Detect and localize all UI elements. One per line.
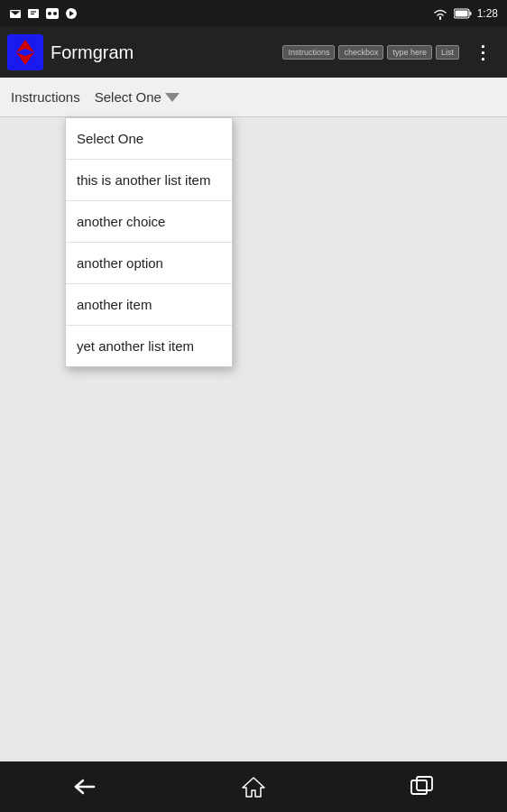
time-display: 1:28	[477, 7, 498, 20]
svg-rect-16	[411, 780, 427, 794]
wifi-icon	[432, 7, 448, 20]
notification-icon-4	[65, 7, 78, 20]
recent-apps-button[interactable]	[395, 769, 449, 805]
dropdown-item-0[interactable]: Select One	[66, 118, 232, 160]
notification-icon-3	[45, 7, 60, 20]
svg-rect-12	[455, 11, 467, 17]
status-left-icons	[9, 7, 78, 20]
notification-icon-2	[27, 7, 40, 20]
battery-icon	[454, 8, 472, 19]
status-right-icons: 1:28	[432, 7, 498, 20]
action-bar: Formgram Instructions checkbox type here…	[0, 27, 507, 78]
typefield-toolbar-btn[interactable]: type here	[387, 45, 432, 60]
app-title: Formgram	[51, 42, 275, 63]
notification-icon-1	[9, 7, 22, 20]
dropdown-item-2[interactable]: another choice	[66, 201, 232, 243]
select-display-text: Select One	[95, 89, 161, 105]
svg-rect-17	[417, 777, 432, 790]
dropdown-arrow-icon	[165, 93, 180, 102]
content-area: Instructions Select One Select One this …	[0, 78, 507, 761]
back-button[interactable]	[58, 769, 112, 805]
dropdown-item-5[interactable]: yet another list item	[66, 326, 232, 366]
list-toolbar-btn[interactable]: List	[436, 45, 459, 60]
svg-point-6	[48, 12, 51, 15]
svg-marker-15	[243, 778, 264, 797]
checkbox-toolbar-btn[interactable]: checkbox	[338, 45, 383, 60]
instructions-toolbar-btn[interactable]: Instructions	[282, 45, 335, 60]
svg-point-7	[53, 12, 57, 15]
home-button[interactable]	[226, 769, 281, 805]
select-dropdown-trigger[interactable]: Select One	[95, 89, 496, 105]
dropdown-item-4[interactable]: another item	[66, 284, 232, 326]
svg-rect-11	[469, 12, 471, 15]
bottom-nav-bar	[0, 761, 507, 812]
app-icon	[7, 34, 43, 70]
dropdown-menu: Select One this is another list item ano…	[65, 117, 233, 367]
overflow-menu-btn[interactable]: ⋮	[466, 38, 500, 67]
dropdown-item-1[interactable]: this is another list item	[66, 160, 232, 201]
toolbar-buttons: Instructions checkbox type here List	[282, 45, 459, 60]
instructions-label: Instructions	[11, 89, 80, 105]
instructions-bar: Instructions Select One	[0, 78, 507, 117]
status-bar: 1:28	[0, 0, 507, 27]
dropdown-item-3[interactable]: another option	[66, 243, 232, 284]
